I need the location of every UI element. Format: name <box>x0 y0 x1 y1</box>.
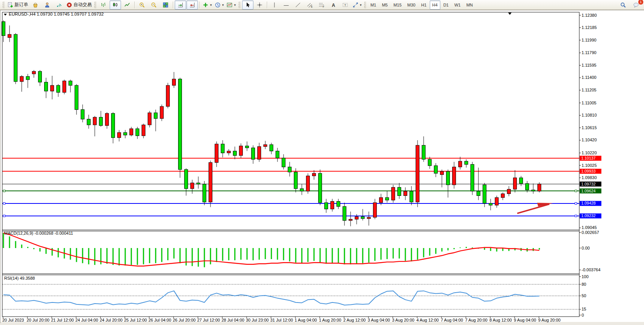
toolbar-group <box>136 0 171 10</box>
svg-text:1.09830: 1.09830 <box>582 175 597 180</box>
templates-button[interactable]: ▾ <box>225 0 237 10</box>
crosshair-button[interactable] <box>254 0 265 10</box>
notifications-button[interactable]: 1 <box>630 0 642 10</box>
zoom-out-button[interactable] <box>148 0 159 10</box>
search-icon <box>620 2 626 8</box>
signal-button[interactable] <box>53 0 65 10</box>
svg-text:1.10220: 1.10220 <box>582 150 597 155</box>
tile-windows-button[interactable] <box>160 0 171 10</box>
candle <box>416 140 419 207</box>
vertical-line-button[interactable] <box>269 0 280 10</box>
chart-shift-button[interactable] <box>187 0 198 10</box>
signal-icon <box>56 2 62 8</box>
auto-trading-button[interactable]: 自动交易 <box>65 0 93 10</box>
svg-text:1.10420: 1.10420 <box>582 138 597 142</box>
text-label-button[interactable]: T <box>340 0 351 10</box>
svg-text:80: 80 <box>582 282 586 287</box>
svg-text:2 Aug 12:00: 2 Aug 12:00 <box>343 318 366 322</box>
candle <box>209 160 212 207</box>
chart-canvas[interactable]: 1.123801.121851.119901.117901.115951.114… <box>0 10 644 323</box>
template-icon <box>226 2 233 8</box>
svg-text:1.11790: 1.11790 <box>582 50 596 55</box>
timeframe-button-h1[interactable]: H1 <box>419 0 429 10</box>
new-order-button-label: 新订单 <box>14 2 28 8</box>
auto-scroll-button[interactable] <box>175 0 186 10</box>
svg-text:20 Jul 2023: 20 Jul 2023 <box>2 318 24 322</box>
svg-text:24 Jul 04:00: 24 Jul 04:00 <box>75 318 98 322</box>
trendline-button[interactable] <box>292 0 304 10</box>
svg-text:T: T <box>344 3 346 7</box>
autoscroll-icon <box>177 2 183 8</box>
svg-text:100: 100 <box>582 274 588 279</box>
zoom-in-button[interactable] <box>136 0 148 10</box>
chart-window: 1.123801.121851.119901.117901.115951.114… <box>0 10 644 323</box>
toolbar-separator <box>199 2 200 8</box>
svg-text:25 Jul 12:00: 25 Jul 12:00 <box>124 318 147 322</box>
timeframe-button-m15[interactable]: M15 <box>391 0 404 10</box>
trend-icon <box>295 2 301 8</box>
line-chart-button[interactable] <box>121 0 133 10</box>
equidistant-channel-button[interactable]: E <box>304 0 316 10</box>
new-order-button[interactable]: 新订单 <box>6 0 29 10</box>
docplus-icon <box>7 2 13 8</box>
svg-text:1 Aug 04:00: 1 Aug 04:00 <box>295 318 317 322</box>
toolbar-separator <box>267 2 267 8</box>
indicators-icon <box>202 2 209 8</box>
candlestick-chart-button[interactable] <box>110 0 121 10</box>
svg-text:0: 0 <box>582 313 584 317</box>
linechart-icon <box>124 2 130 8</box>
search-button[interactable] <box>617 0 629 10</box>
bars-icon <box>100 2 107 8</box>
periods-button[interactable]: ▾ <box>214 0 225 10</box>
toolbar-grip <box>364 2 366 8</box>
timeframe-button-m30[interactable]: M30 <box>405 0 418 10</box>
arrowstool-icon <box>352 2 359 8</box>
toolbar-separator <box>134 2 135 8</box>
timeframe-button-d1[interactable]: D1 <box>441 0 451 10</box>
svg-text:1 Aug 20:00: 1 Aug 20:00 <box>319 318 341 322</box>
arrows-tool-button[interactable]: ▾ <box>351 0 363 10</box>
horizontal-line-button[interactable] <box>281 0 292 10</box>
candle <box>166 83 170 108</box>
candle <box>179 78 182 178</box>
svg-text:3 Aug 20:00: 3 Aug 20:00 <box>392 318 414 322</box>
main-toolbar: 新订单自动交易▾▾▾EFAT▾M1M5M15M30H1H4D1W1MN1 <box>0 0 644 10</box>
timeframe-button-w1[interactable]: W1 <box>452 0 464 10</box>
labelT-icon: T <box>342 2 348 8</box>
candles-icon <box>112 2 118 8</box>
svg-text:0.002657: 0.002657 <box>582 230 599 235</box>
text-button[interactable]: A <box>328 0 339 10</box>
svg-text:1.10810: 1.10810 <box>582 113 597 117</box>
timeframe-group: M1M5M15M30H1H4D1W1MN <box>368 0 475 10</box>
cursor-button[interactable] <box>242 0 253 10</box>
svg-text:9 Aug 04:00: 9 Aug 04:00 <box>514 318 536 322</box>
svg-text:50: 50 <box>582 293 586 298</box>
toolbar-group: 新订单自动交易 <box>6 0 93 10</box>
svg-text:1.10137: 1.10137 <box>581 156 596 160</box>
chevron-down-icon: ▾ <box>234 3 236 7</box>
toolbar-right: 1 <box>617 0 642 10</box>
timeframe-button-h4[interactable]: H4 <box>430 0 440 10</box>
svg-text:30 Jul 23:00: 30 Jul 23:00 <box>246 318 269 322</box>
svg-text:1.11400: 1.11400 <box>582 75 596 80</box>
candle <box>203 181 206 205</box>
hline-icon <box>283 2 289 8</box>
toolbar-group <box>98 0 133 10</box>
tile-icon <box>163 2 169 8</box>
svg-text:1.12185: 1.12185 <box>582 25 597 30</box>
chevron-down-icon: ▾ <box>222 3 224 7</box>
timeframe-button-m1[interactable]: M1 <box>368 0 379 10</box>
indicators-button[interactable]: ▾ <box>201 0 213 10</box>
textA-icon: A <box>330 2 336 8</box>
rsi-label: RSI(14) 49.3588 <box>4 276 35 280</box>
fibonacci-button[interactable]: F <box>316 0 327 10</box>
auto-trading-button-label: 自动交易 <box>73 2 92 8</box>
toolbar-group: ▾▾▾ <box>201 0 237 10</box>
styles-bucket-button[interactable] <box>30 0 41 10</box>
svg-text:1.09624: 1.09624 <box>581 189 596 193</box>
bar-chart-button[interactable] <box>98 0 109 10</box>
svg-text:A: A <box>332 2 335 8</box>
timeframe-button-mn[interactable]: MN <box>464 0 475 10</box>
timeframe-button-m5[interactable]: M5 <box>379 0 390 10</box>
profile-button[interactable] <box>41 0 53 10</box>
